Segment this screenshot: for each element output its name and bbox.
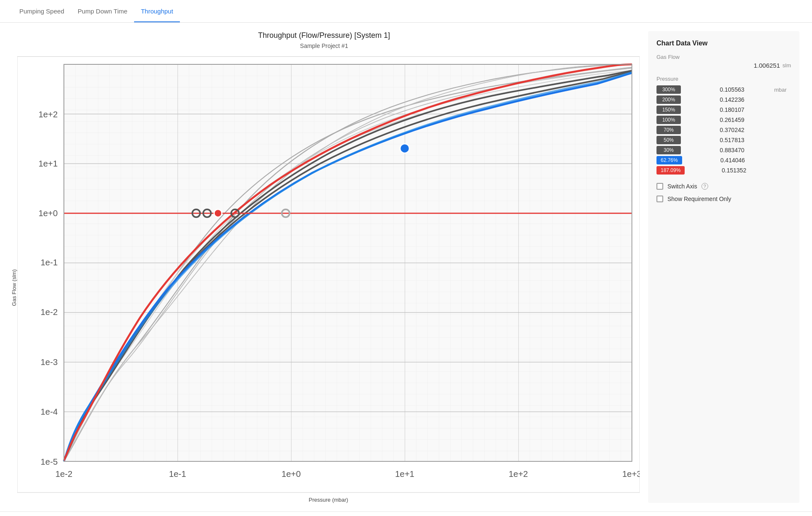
svg-text:1e-1: 1e-1 [169,469,186,479]
tab-pumping-speed[interactable]: Pumping Speed [13,0,71,22]
pressure-value: 0.414046 [711,157,745,164]
gas-flow-unit: slm [783,62,791,69]
pressure-value: 0.142236 [711,96,744,103]
chart-with-xaxis: 1e+2 1e+1 1e+0 1e-1 1e-2 1e-3 1e-4 1e-5 … [17,56,640,503]
pressure-badge: 150% [656,106,681,114]
gas-flow-label: Gas Flow [656,54,791,60]
switch-axis-help-icon[interactable]: ? [701,183,708,190]
pressure-value: 0.105563 [711,86,744,93]
switch-axis-row: Switch Axis ? [656,183,791,190]
chart-wrapper: Gas Flow (slm) [8,56,640,503]
pressure-label: Pressure [656,76,791,82]
tab-bar: Pumping Speed Pump Down Time Throughput [0,0,812,23]
pressure-row: 70% 0.370242 [656,126,791,134]
svg-text:1e-1: 1e-1 [41,258,58,267]
svg-text:1e+3: 1e+3 [622,469,640,479]
chart-subtitle: Sample Project #1 [300,42,348,49]
svg-text:1e+1: 1e+1 [38,159,58,168]
x-axis-label: Pressure (mbar) [17,497,640,503]
pressure-badge: 30% [656,146,681,154]
main-content: Throughput (Flow/Pressure) [System 1] Sa… [0,23,812,511]
show-requirement-checkbox[interactable] [656,196,663,202]
chart-svg-container: 1e+2 1e+1 1e+0 1e-1 1e-2 1e-3 1e-4 1e-5 … [17,56,640,493]
svg-text:1e-2: 1e-2 [55,469,73,479]
pressure-value: 0.261459 [711,116,744,123]
pressure-value: 0.517813 [711,137,744,143]
pressure-row: 100% 0.261459 [656,116,791,124]
switch-axis-checkbox[interactable] [656,183,663,190]
chart-data-view: Chart Data View Gas Flow 1.006251 slm Pr… [648,31,799,503]
switch-axis-label: Switch Axis [667,183,697,190]
chart-data-view-title: Chart Data View [656,40,791,47]
gas-flow-value: 1.006251 [754,62,780,69]
svg-text:1e+2: 1e+2 [38,110,58,119]
gas-flow-value-row: 1.006251 slm [656,62,791,69]
pressure-badge: 300% [656,85,681,94]
show-requirement-row: Show Requirement Only [656,196,791,202]
svg-text:1e+2: 1e+2 [509,469,528,479]
chart-svg: 1e+2 1e+1 1e+0 1e-1 1e-2 1e-3 1e-4 1e-5 … [17,56,640,493]
pressure-value: 0.370242 [711,127,744,133]
pressure-row: 30% 0.883470 [656,146,791,154]
svg-text:1e+0: 1e+0 [38,209,58,218]
pressure-rows: 300% 0.105563 mbar 200% 0.142236 150% 0.… [656,85,791,175]
svg-text:1e+0: 1e+0 [282,469,301,479]
show-requirement-label: Show Requirement Only [667,196,731,202]
svg-point-31 [400,144,409,153]
chart-area: Throughput (Flow/Pressure) [System 1] Sa… [8,31,640,503]
pressure-row: 187.09% 0.151352 [656,166,791,175]
pressure-row: 50% 0.517813 [656,136,791,144]
svg-text:1e-2: 1e-2 [41,307,58,317]
pressure-badge: 200% [656,95,681,104]
tab-pump-down-time[interactable]: Pump Down Time [71,0,134,22]
pressure-badge: 62.76% [656,156,682,164]
pressure-value: 0.883470 [711,147,744,153]
pressure-badge: 187.09% [656,166,685,175]
svg-text:1e+1: 1e+1 [395,469,414,479]
pressure-badge: 100% [656,116,681,124]
y-axis-label: Gas Flow (slm) [8,56,17,503]
svg-text:1e-3: 1e-3 [41,357,58,367]
pressure-row: 300% 0.105563 mbar [656,85,791,94]
pressure-row: 62.76% 0.414046 [656,156,791,164]
right-panel: Chart Data View Gas Flow 1.006251 slm Pr… [648,31,799,503]
pressure-badge: 70% [656,126,681,134]
svg-point-26 [214,209,222,217]
pressure-value: 0.151352 [713,167,746,174]
pressure-row: 200% 0.142236 [656,95,791,104]
pressure-value: 0.180107 [711,106,744,113]
chart-title: Throughput (Flow/Pressure) [System 1] [258,31,390,40]
controls: Switch Axis ? Show Requirement Only [656,183,791,202]
footer: Chart Settings 🖼 Export to Image 📊 Expor… [0,511,812,516]
svg-text:1e-4: 1e-4 [41,407,58,416]
pressure-unit: mbar [774,87,791,93]
svg-text:1e-5: 1e-5 [41,457,58,466]
tab-throughput[interactable]: Throughput [134,0,180,22]
pressure-badge: 50% [656,136,681,144]
pressure-row: 150% 0.180107 [656,106,791,114]
